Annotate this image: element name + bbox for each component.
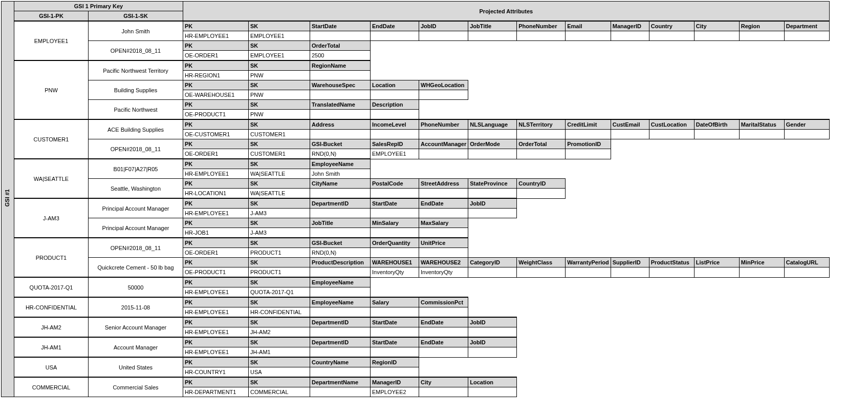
blank [739, 327, 784, 338]
proj-header: Address [310, 119, 371, 130]
blank [694, 80, 739, 90]
blank [566, 287, 611, 298]
blank [371, 60, 419, 71]
proj-value [649, 267, 694, 278]
proj-value [611, 267, 649, 278]
proj-value [566, 149, 611, 159]
blank [739, 307, 784, 318]
proj-value: OE-PRODUCT1 [183, 267, 249, 278]
blank [739, 149, 784, 159]
proj-value [468, 130, 517, 139]
blank [784, 209, 829, 218]
blank [611, 377, 649, 387]
blank [649, 238, 694, 248]
proj-value [468, 387, 517, 397]
blank [694, 110, 739, 120]
blank [694, 90, 739, 100]
proj-value: PNW [249, 71, 310, 80]
blank [649, 71, 694, 80]
blank [784, 169, 829, 179]
proj-header: CatalogURL [784, 258, 829, 267]
blank [784, 228, 829, 238]
blank [566, 169, 611, 179]
blank [517, 307, 566, 318]
proj-header: GSI-Bucket [310, 238, 371, 248]
blank [739, 297, 784, 307]
proj-value: HR-EMPLOYEE1 [183, 209, 249, 218]
proj-value [310, 31, 371, 41]
proj-header: PK [183, 119, 249, 130]
blank [517, 198, 566, 209]
proj-value [371, 31, 419, 41]
proj-header: ManagerID [611, 21, 649, 31]
proj-value [310, 387, 371, 397]
proj-value [468, 31, 517, 41]
blank [649, 90, 694, 100]
blank [517, 159, 566, 169]
blank [468, 238, 517, 248]
blank [784, 80, 829, 90]
proj-value [784, 31, 829, 41]
gsi-pk-value: HR-CONFIDENTIAL [14, 297, 89, 317]
proj-value [784, 267, 829, 278]
blank [784, 357, 829, 367]
blank [784, 248, 829, 258]
blank [611, 41, 649, 51]
blank [517, 287, 566, 298]
blank [566, 337, 611, 347]
gsi-sk-value: OPEN#2018_08_11 [89, 41, 183, 61]
proj-header: PK [183, 159, 249, 169]
blank [566, 218, 611, 228]
blank [739, 179, 784, 189]
gsi-sk-value: Account Manager [89, 337, 183, 357]
blank [566, 248, 611, 258]
blank [371, 169, 419, 179]
blank [649, 60, 694, 71]
blank [468, 110, 517, 120]
blank [694, 71, 739, 80]
blank [419, 51, 468, 61]
blank [517, 347, 566, 358]
proj-header: PhoneNumber [517, 21, 566, 31]
blank [468, 60, 517, 71]
gsi-pk-value: PRODUCT1 [14, 238, 89, 277]
blank [517, 228, 566, 238]
proj-header: PK [183, 317, 249, 327]
gsi-pk-value: WA|SEATTLE [14, 159, 89, 198]
proj-value [517, 189, 566, 199]
blank [517, 100, 566, 110]
gsi-pk-value: EMPLOYEE1 [14, 21, 89, 60]
proj-value: OE-ORDER1 [183, 51, 249, 61]
proj-header: PK [183, 238, 249, 248]
proj-value: COMMERCIAL [249, 387, 310, 397]
proj-header: PK [183, 21, 249, 31]
blank [784, 238, 829, 248]
proj-value [310, 130, 371, 139]
proj-value [371, 307, 419, 318]
gsi-sk-value: Senior Account Manager [89, 317, 183, 337]
blank [517, 238, 566, 248]
proj-header: Salary [371, 297, 419, 307]
proj-header: SK [249, 357, 310, 367]
blank [784, 100, 829, 110]
proj-value [371, 110, 419, 120]
proj-value: PRODUCT1 [249, 248, 310, 258]
gsi-table-diagram: GSI #1GSI 1 Primary KeyProjected Attribu… [1, 1, 867, 397]
gsi-sk-value: 2015-11-08 [89, 297, 183, 317]
blank [468, 169, 517, 179]
proj-header: Gender [784, 119, 829, 130]
proj-value [310, 90, 371, 100]
proj-header: PK [183, 337, 249, 347]
proj-header: StartDate [371, 198, 419, 209]
blank [517, 169, 566, 179]
proj-header: OrderMode [468, 139, 517, 149]
blank [468, 51, 517, 61]
proj-header: JobID [419, 21, 468, 31]
blank [784, 198, 829, 209]
blank [517, 377, 566, 387]
blank [739, 228, 784, 238]
proj-header: ListPrice [694, 258, 739, 267]
blank [649, 51, 694, 61]
proj-header: Location [371, 80, 419, 90]
blank [649, 357, 694, 367]
